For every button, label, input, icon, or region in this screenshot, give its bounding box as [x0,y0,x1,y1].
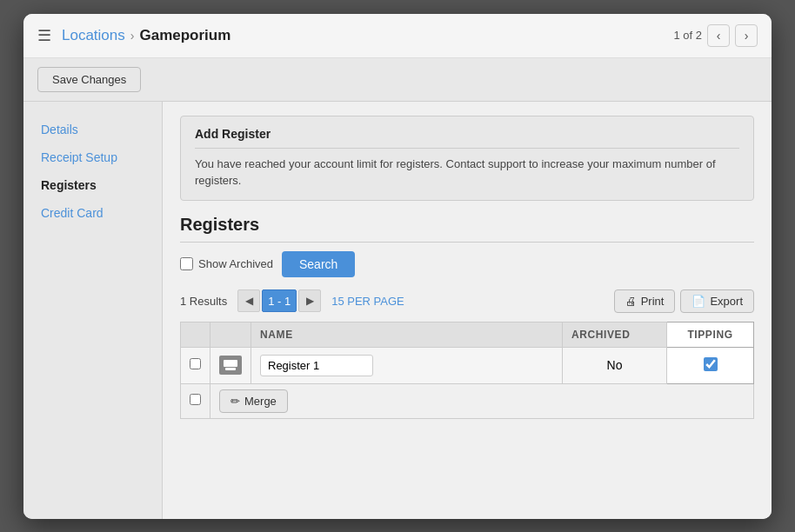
row-checkbox[interactable] [190,358,201,369]
col-header-archived: ARCHIVED [563,322,667,347]
row-tipping-cell[interactable] [667,347,754,383]
row-icon-cell [210,347,251,383]
header-right: 1 of 2 ‹ › [673,24,758,47]
search-row: Show Archived Search [180,251,754,277]
svg-rect-0 [224,360,237,367]
svg-rect-1 [225,368,236,370]
add-register-description: You have reached your account limit for … [195,156,739,190]
registers-table: NAME ARCHIVED TIPPING [180,322,754,419]
per-page-selector[interactable]: 15 PER PAGE [331,295,404,308]
print-export-group: 🖨 Print 📄 Export [614,289,754,313]
breadcrumb-current: Gameporium [139,27,230,44]
app-window: ☰ Locations › Gameporium 1 of 2 ‹ › Save… [23,14,772,519]
col-header-icon [210,322,251,347]
export-icon: 📄 [691,295,705,308]
registers-section-title: Registers [180,215,754,243]
pagination: ◀ 1 - 1 ▶ [237,289,321,312]
row-checkbox-cell[interactable] [181,347,210,383]
pagination-next[interactable]: ▶ [298,289,321,312]
show-archived-checkbox[interactable] [180,257,193,270]
col-header-tipping: TIPPING [667,322,754,347]
menu-icon[interactable]: ☰ [37,26,51,45]
export-button[interactable]: 📄 Export [680,289,754,313]
row-archived-cell: No [563,347,667,383]
add-register-title: Add Register [195,127,739,149]
export-label: Export [710,295,743,308]
col-header-check [181,322,210,347]
print-label: Print [641,295,665,308]
show-archived-label[interactable]: Show Archived [180,257,273,270]
breadcrumb-separator: › [130,29,135,43]
merge-label: Merge [244,395,277,408]
add-register-box: Add Register You have reached your accou… [180,116,754,201]
merge-checkbox[interactable] [190,394,201,405]
print-icon: 🖨 [625,295,637,308]
col-header-name: NAME [251,322,563,347]
toolbar: Save Changes [23,58,772,102]
register-name-input[interactable] [260,355,373,376]
merge-row: ✏ Merge [181,383,754,418]
tipping-checkbox[interactable] [704,357,718,371]
register-icon [219,356,242,375]
page-indicator: 1 of 2 [673,29,702,42]
table-row: No [181,347,754,383]
show-archived-text: Show Archived [198,257,273,270]
results-row: 1 Results ◀ 1 - 1 ▶ 15 PER PAGE 🖨 Print … [180,289,754,313]
merge-button[interactable]: ✏ Merge [219,389,288,413]
sidebar-item-credit-card[interactable]: Credit Card [23,199,162,227]
sidebar: Details Receipt Setup Registers Credit C… [23,102,163,519]
pagination-prev[interactable]: ◀ [237,289,260,312]
merge-icon: ✏ [230,395,240,408]
row-name-cell[interactable] [251,347,563,383]
main-content: Add Register You have reached your accou… [163,102,772,519]
search-button[interactable]: Search [282,251,355,277]
sidebar-item-details[interactable]: Details [23,116,162,143]
results-count: 1 Results [180,295,227,308]
merge-action-cell: ✏ Merge [210,383,754,418]
sidebar-item-receipt-setup[interactable]: Receipt Setup [23,143,162,171]
prev-location-button[interactable]: ‹ [707,24,730,47]
breadcrumb-locations-link[interactable]: Locations [62,27,125,44]
body: Details Receipt Setup Registers Credit C… [23,102,772,519]
save-changes-button[interactable]: Save Changes [37,67,141,92]
header: ☰ Locations › Gameporium 1 of 2 ‹ › [23,14,772,58]
print-button[interactable]: 🖨 Print [614,289,676,313]
sidebar-item-registers[interactable]: Registers [23,171,162,199]
merge-checkbox-cell[interactable] [181,383,210,418]
breadcrumb: Locations › Gameporium [62,27,230,44]
next-location-button[interactable]: › [735,24,758,47]
page-current: 1 - 1 [262,289,297,312]
